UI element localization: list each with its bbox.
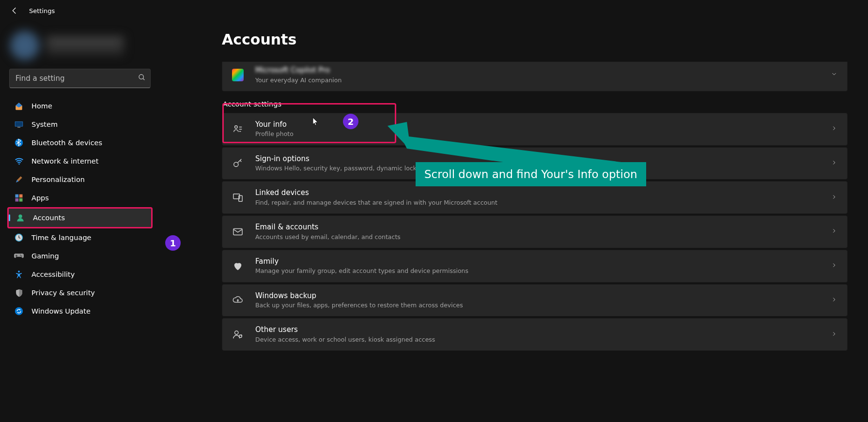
- nav-label: Home: [31, 102, 52, 110]
- apps-icon: [14, 193, 24, 203]
- card-title: Microsoft Copilot Pro: [255, 66, 341, 75]
- chevron-down-icon: [831, 70, 837, 79]
- svg-rect-21: [233, 228, 242, 235]
- chevron-right-icon: [831, 193, 837, 202]
- sidebar-item-time[interactable]: Time & language: [7, 228, 153, 247]
- search-input[interactable]: [9, 69, 151, 88]
- mail-icon: [232, 226, 244, 238]
- nav-label: Privacy & security: [31, 289, 95, 297]
- svg-rect-9: [19, 198, 23, 202]
- copilot-icon: [232, 69, 244, 81]
- app-title: Settings: [29, 7, 55, 15]
- card-family[interactable]: Family Manage your family group, edit ac…: [222, 250, 848, 283]
- chevron-right-icon: [831, 330, 837, 339]
- main-content: Accounts Microsoft Copilot Pro Your ever…: [160, 21, 868, 422]
- chevron-right-icon: [831, 261, 837, 271]
- profile-name: Redacted User Name: [46, 37, 124, 45]
- card-title: Linked devices: [255, 188, 497, 198]
- sidebar-item-home[interactable]: Home: [7, 97, 153, 115]
- person-card-icon: [232, 123, 244, 135]
- svg-rect-2: [16, 122, 23, 126]
- nav-label: System: [31, 121, 58, 128]
- svg-point-5: [18, 163, 20, 165]
- nav-label: Accessibility: [31, 271, 75, 278]
- card-title: Other users: [255, 325, 435, 335]
- svg-point-16: [15, 307, 23, 316]
- svg-point-14: [21, 256, 22, 256]
- card-subtitle: Your everyday AI companion: [255, 76, 341, 84]
- svg-rect-7: [19, 195, 23, 198]
- card-subtitle: Accounts used by email, calendar, and co…: [255, 233, 401, 241]
- avatar: [10, 31, 39, 60]
- home-icon: [14, 101, 24, 111]
- sidebar-item-system[interactable]: System: [7, 115, 153, 134]
- card-subtitle: Manage your family group, edit account t…: [255, 267, 468, 275]
- profile-email: redacted@email.com: [46, 47, 124, 54]
- sidebar-item-bluetooth[interactable]: Bluetooth & devices: [7, 134, 153, 152]
- back-button[interactable]: [10, 6, 19, 15]
- nav-label: Personalization: [31, 176, 85, 183]
- page-title: Accounts: [222, 31, 848, 48]
- svg-point-15: [18, 271, 20, 272]
- card-title: Family: [255, 257, 468, 267]
- chevron-right-icon: [831, 296, 837, 305]
- card-signin-options[interactable]: Sign-in options Windows Hello, security …: [222, 147, 848, 180]
- sidebar: Redacted User Name redacted@email.com Ho…: [0, 21, 160, 422]
- devices-icon: [232, 192, 244, 203]
- titlebar: Settings: [0, 0, 868, 21]
- nav-label: Apps: [31, 194, 49, 202]
- svg-rect-8: [16, 198, 19, 202]
- brush-icon: [14, 175, 24, 184]
- nav-label: Time & language: [31, 234, 92, 241]
- svg-point-22: [235, 331, 238, 334]
- section-label: Account settings: [223, 100, 848, 108]
- nav-label: Gaming: [31, 252, 59, 260]
- sidebar-item-network[interactable]: Network & internet: [7, 152, 153, 170]
- card-windows-backup[interactable]: Windows backup Back up your files, apps,…: [222, 284, 848, 317]
- users-icon: [232, 329, 244, 340]
- card-title: Email & accounts: [255, 223, 401, 232]
- svg-point-13: [20, 255, 21, 256]
- nav-menu: Home System Bluetooth & devices Network …: [7, 97, 153, 320]
- nav-label: Bluetooth & devices: [31, 139, 102, 147]
- sidebar-item-accounts[interactable]: Accounts: [7, 207, 153, 228]
- nav-label: Windows Update: [31, 307, 91, 315]
- svg-point-10: [18, 214, 22, 218]
- card-your-info[interactable]: Your info Profile photo: [222, 113, 848, 146]
- svg-point-18: [234, 163, 238, 167]
- accessibility-icon: [14, 270, 24, 279]
- gamepad-icon: [14, 251, 24, 261]
- card-subtitle: Device access, work or school users, kio…: [255, 336, 435, 344]
- sidebar-item-accessibility[interactable]: Accessibility: [7, 265, 153, 284]
- card-title: Your info: [255, 120, 294, 130]
- key-icon: [232, 157, 244, 169]
- person-icon: [16, 213, 25, 223]
- sidebar-item-apps[interactable]: Apps: [7, 189, 153, 207]
- card-title: Windows backup: [255, 291, 463, 301]
- chevron-right-icon: [831, 159, 837, 168]
- search-wrap: [9, 69, 151, 88]
- card-linked-devices[interactable]: Linked devices Find, repair, and manage …: [222, 181, 848, 214]
- card-title: Sign-in options: [255, 154, 417, 164]
- card-other-users[interactable]: Other users Device access, work or schoo…: [222, 318, 848, 351]
- user-profile[interactable]: Redacted User Name redacted@email.com: [7, 26, 153, 65]
- svg-point-17: [235, 125, 238, 128]
- card-email-accounts[interactable]: Email & accounts Accounts used by email,…: [222, 215, 848, 248]
- sidebar-item-personalization[interactable]: Personalization: [7, 170, 153, 189]
- card-subtitle: Windows Hello, security key, password, d…: [255, 165, 417, 172]
- update-icon: [14, 306, 24, 316]
- card-subtitle: Profile photo: [255, 130, 294, 138]
- clock-icon: [14, 233, 24, 242]
- sidebar-item-gaming[interactable]: Gaming: [7, 247, 153, 265]
- chevron-right-icon: [831, 124, 837, 134]
- svg-point-0: [139, 75, 143, 79]
- nav-label: Network & internet: [31, 157, 98, 165]
- sidebar-item-privacy[interactable]: Privacy & security: [7, 284, 153, 302]
- heart-icon: [232, 260, 244, 272]
- chevron-right-icon: [831, 227, 837, 236]
- shield-icon: [14, 288, 24, 298]
- card-copilot[interactable]: Microsoft Copilot Pro Your everyday AI c…: [222, 61, 848, 91]
- svg-rect-6: [16, 195, 19, 198]
- sidebar-item-update[interactable]: Windows Update: [7, 302, 153, 320]
- nav-label: Accounts: [33, 214, 65, 222]
